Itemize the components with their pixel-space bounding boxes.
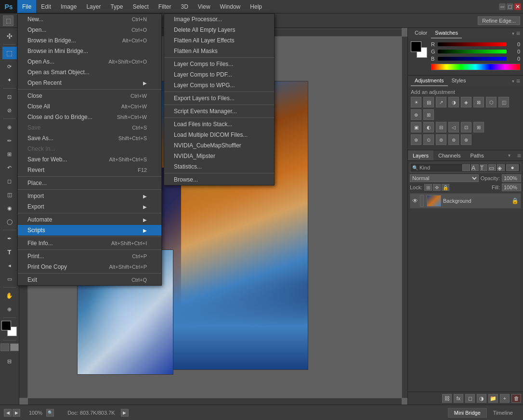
tab-swatches[interactable]: Swatches (431, 28, 462, 39)
menu-layer-comps-pdf[interactable]: Layer Comps to PDF... (164, 69, 274, 80)
dodge-tool[interactable]: ◯ (2, 215, 17, 228)
layer-item-background[interactable]: 👁 Background 🔒 (410, 193, 521, 209)
menu-layer-comps-wpg[interactable]: Layer Comps to WPG... (164, 80, 274, 91)
healing-tool[interactable]: ⊕ (2, 121, 17, 133)
new-layer-button[interactable]: + (500, 394, 510, 403)
menu-close[interactable]: Close Ctrl+W (18, 91, 161, 101)
photo-filter-icon[interactable]: ⊕ (411, 109, 421, 120)
doc-info-expand[interactable]: ▶ (121, 409, 129, 417)
menu-export[interactable]: Export ▶ (18, 201, 161, 212)
posterize-icon[interactable]: ⊟ (436, 122, 446, 132)
menu-nvidia-cubemap[interactable]: NVIDIA_CubeMapShuffler (164, 140, 274, 151)
blur-tool[interactable]: ◉ (2, 202, 17, 214)
hsl-icon[interactable]: ⊠ (473, 97, 484, 107)
minimize-button[interactable]: ─ (499, 3, 506, 10)
adj-icon-5[interactable]: ⊗ (461, 134, 471, 145)
menu-edit[interactable]: Edit (36, 0, 56, 13)
gradient-map-icon[interactable]: ⊡ (461, 122, 471, 132)
maximize-button[interactable]: □ (507, 3, 513, 10)
delete-layer-button[interactable]: 🗑 (511, 394, 521, 403)
pen-tool[interactable]: ✒ (2, 232, 17, 245)
fg-color-swatch[interactable] (411, 41, 421, 52)
color-panel-collapse[interactable]: ▾ (512, 31, 514, 36)
timeline-tab[interactable]: Timeline (487, 408, 519, 418)
menu-image[interactable]: Image (56, 0, 81, 13)
menu-open[interactable]: Open... Ctrl+O (18, 25, 161, 35)
screen-mode[interactable]: ⊟ (2, 355, 17, 368)
menu-statistics[interactable]: Statistics... (164, 161, 274, 172)
brightness-contrast-icon[interactable]: ☀ (411, 97, 421, 107)
adj-panel-collapse[interactable]: ▾ (512, 79, 514, 84)
menu-delete-empty-layers[interactable]: Delete All Empty Layers (164, 25, 274, 35)
menu-export-layers-files[interactable]: Export Layers to Files... (164, 93, 274, 104)
menu-nvidia-mipster[interactable]: NVIDIA_Mipster (164, 151, 274, 161)
red-slider[interactable] (438, 42, 507, 46)
gradient-tool[interactable]: ◫ (2, 188, 17, 201)
levels-icon[interactable]: ▤ (423, 97, 434, 107)
menu-filter[interactable]: Filter (154, 0, 176, 13)
clone-stamp-tool[interactable]: ⊞ (2, 148, 17, 160)
color-lookup-icon[interactable]: ▣ (411, 122, 421, 132)
tab-adjustments[interactable]: Adjustments (411, 76, 448, 86)
menu-select[interactable]: Select (128, 0, 153, 13)
brush-tool[interactable]: ✏ (2, 134, 17, 147)
menu-script-events[interactable]: Script Events Manager... (164, 106, 274, 117)
filter-type-icon[interactable]: T (480, 164, 487, 171)
zoom-tool[interactable]: ⊕ (2, 303, 17, 315)
crop-tool[interactable]: ⊡ (2, 91, 17, 103)
filter-smart-icon[interactable]: ◈ (497, 164, 505, 171)
menu-automate[interactable]: Automate ▶ (18, 214, 161, 225)
tab-styles[interactable]: Styles (448, 76, 470, 86)
menu-browse-mini-bridge[interactable]: Browse in Mini Bridge... (18, 46, 161, 56)
menu-save-as[interactable]: Save As... Shift+Ctrl+S (18, 133, 161, 144)
adj-panel-options[interactable]: ≡ (516, 77, 520, 85)
menu-type[interactable]: Type (105, 0, 128, 13)
green-slider[interactable] (438, 50, 507, 53)
tab-color[interactable]: Color (411, 28, 431, 39)
menu-new[interactable]: New... Ctrl+N (18, 14, 161, 25)
eraser-tool[interactable]: ◻ (2, 175, 17, 187)
color-panel-options[interactable]: ≡ (516, 29, 520, 37)
lock-all-icon[interactable]: 🔒 (442, 184, 449, 191)
link-layers-button[interactable]: ⛓ (442, 394, 452, 403)
add-style-button[interactable]: fx (454, 394, 463, 403)
tab-paths[interactable]: Paths (466, 150, 489, 160)
history-brush-tool[interactable]: ↶ (2, 161, 17, 174)
menu-flatten-layer-effects[interactable]: Flatten All Layer Effects (164, 35, 274, 46)
menu-layer[interactable]: Layer (81, 0, 105, 13)
hand-tool[interactable]: ✋ (2, 289, 17, 302)
threshold-icon[interactable]: ◁ (448, 122, 459, 132)
menu-close-go-bridge[interactable]: Close and Go to Bridge... Shift+Ctrl+W (18, 112, 161, 122)
menu-load-dicom[interactable]: Load Multiple DICOM Files... (164, 130, 274, 140)
horizontal-scrollbar[interactable] (28, 398, 402, 405)
vibrance-icon[interactable]: ◈ (461, 97, 471, 107)
eyedropper-tool[interactable]: ⊘ (2, 104, 17, 117)
menu-scripts[interactable]: Scripts ▶ (18, 225, 161, 236)
lasso-tool[interactable]: ⟳ (2, 60, 17, 73)
menu-window[interactable]: Window (215, 0, 246, 13)
new-group-button[interactable]: 📁 (488, 394, 498, 403)
menu-browse[interactable]: Browse... (164, 174, 274, 185)
menu-load-files-stack[interactable]: Load Files into Stack... (164, 119, 274, 130)
fill-input[interactable] (502, 184, 521, 191)
menu-place[interactable]: Place... (18, 178, 161, 188)
blue-slider[interactable] (438, 57, 507, 61)
text-tool[interactable]: T (2, 246, 17, 258)
menu-open-smart-object[interactable]: Open as Smart Object... (18, 67, 161, 78)
color-selector[interactable] (1, 321, 18, 337)
color-balance-icon[interactable]: ⬡ (486, 97, 497, 107)
layers-panel-options[interactable]: ≡ (515, 150, 523, 160)
fg-bg-colors[interactable] (411, 41, 428, 59)
invert-icon[interactable]: ◐ (423, 122, 434, 132)
channel-mixer-icon[interactable]: ⊞ (423, 109, 434, 120)
layers-panel-collapse[interactable]: ▾ (505, 150, 513, 160)
tab-layers[interactable]: Layers (408, 150, 433, 160)
menu-import[interactable]: Import ▶ (18, 191, 161, 201)
color-spectrum[interactable] (431, 64, 520, 70)
adj-icon-3[interactable]: ⊚ (436, 134, 446, 145)
menu-help[interactable]: Help (245, 0, 267, 13)
menu-exit[interactable]: Exit Ctrl+Q (18, 275, 161, 285)
menu-file[interactable]: File (17, 0, 36, 13)
menu-3d[interactable]: 3D (176, 0, 193, 13)
filter-toggle[interactable]: ● (506, 164, 519, 171)
